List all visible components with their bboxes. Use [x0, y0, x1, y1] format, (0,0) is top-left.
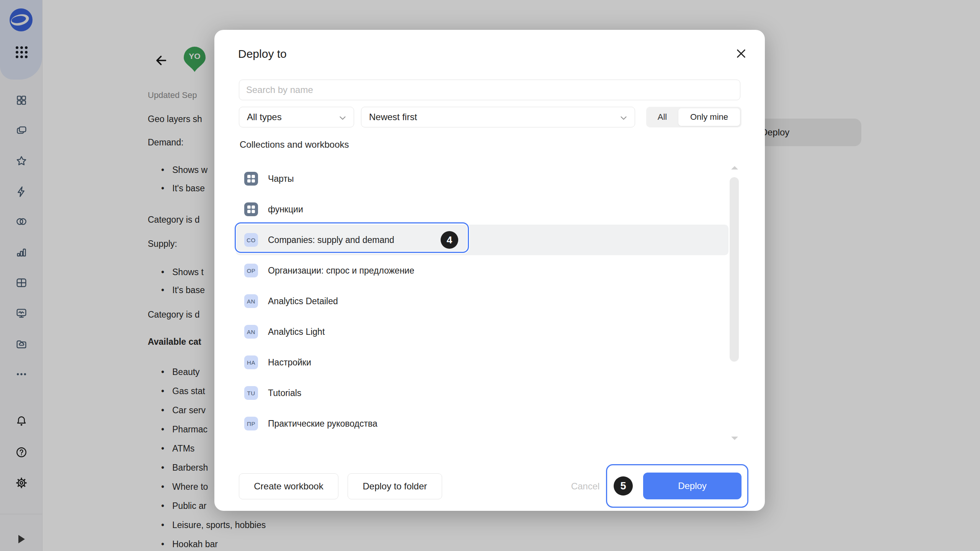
item-icon: TU — [244, 386, 258, 400]
list-item[interactable]: ПР Практические руководства — [236, 408, 728, 439]
cancel-label: Cancel — [571, 481, 600, 492]
step-badge-5: 5 — [614, 476, 633, 496]
list-item-label: Analytics Light — [268, 327, 325, 337]
item-icon: CO — [244, 233, 258, 247]
list-item[interactable]: функции — [236, 194, 728, 225]
list-item[interactable]: AN Analytics Detailed — [236, 286, 728, 316]
close-icon[interactable] — [733, 46, 749, 61]
cancel-button[interactable]: Cancel — [568, 473, 602, 499]
deploy-to-modal: Deploy to All types Newest first All Onl… — [214, 30, 765, 511]
create-workbook-button[interactable]: Create workbook — [239, 473, 338, 499]
item-icon — [244, 172, 258, 186]
section-label: Collections and workbooks — [240, 139, 349, 150]
deploy-to-folder-button[interactable]: Deploy to folder — [348, 473, 442, 499]
list-item-label: функции — [268, 204, 303, 215]
scope-toggle: All Only mine — [646, 107, 742, 127]
list-item-label: Организации: спрос и предложение — [268, 266, 414, 276]
list-item[interactable]: TU Tutorials — [236, 378, 728, 408]
chevron-down-icon — [339, 112, 346, 122]
chevron-down-icon — [620, 112, 627, 122]
item-icon: ОР — [244, 264, 258, 277]
item-initials: НА — [247, 359, 255, 366]
list-item[interactable]: НА Настройки — [236, 347, 728, 378]
create-workbook-label: Create workbook — [254, 481, 323, 492]
list-item-label: Чарты — [268, 174, 294, 184]
item-initials: AN — [247, 329, 255, 335]
list-item-label: Практические руководства — [268, 419, 377, 429]
scrollbar-thumb[interactable] — [730, 177, 739, 362]
screen: YO Updated Sep Geo layers sh Demand: Sho… — [0, 0, 980, 551]
item-icon: AN — [244, 294, 258, 308]
list-item-label: Настройки — [268, 357, 311, 368]
list-item-label: Tutorials — [268, 388, 301, 398]
item-initials: CO — [247, 237, 256, 243]
list-item[interactable]: AN Analytics Light — [236, 316, 728, 347]
type-filter-select[interactable]: All types — [239, 107, 354, 127]
list-item-label: Companies: supply and demand — [268, 235, 394, 245]
modal-title: Deploy to — [238, 47, 287, 60]
list-item-label: Analytics Detailed — [268, 296, 338, 306]
sort-filter-value: Newest first — [369, 112, 417, 122]
item-icon — [244, 202, 258, 216]
toggle-option-only-mine[interactable]: Only mine — [678, 108, 740, 126]
item-icon: AN — [244, 325, 258, 339]
deploy-to-folder-label: Deploy to folder — [363, 481, 427, 492]
modal-list: Чарты функции CO Companies: supply and d… — [236, 163, 728, 439]
item-initials: ПР — [247, 421, 255, 427]
deploy-button[interactable]: Deploy — [643, 473, 742, 499]
scroll-up-icon[interactable] — [731, 166, 738, 170]
search-input[interactable] — [239, 80, 740, 100]
scroll-down-icon[interactable] — [731, 437, 738, 440]
item-initials: TU — [247, 390, 255, 396]
list-item[interactable]: Чарты — [236, 163, 728, 194]
toggle-option-all[interactable]: All — [646, 112, 678, 122]
list-item[interactable]: ОР Организации: спрос и предложение — [236, 255, 728, 286]
list-item[interactable]: CO Companies: supply and demand — [236, 225, 728, 255]
item-initials: ОР — [247, 267, 256, 274]
item-icon: ПР — [244, 417, 258, 430]
item-icon: НА — [244, 355, 258, 369]
deploy-label: Deploy — [678, 481, 707, 491]
step-badge-4: 4 — [441, 231, 458, 249]
sort-filter-select[interactable]: Newest first — [361, 107, 635, 127]
type-filter-value: All types — [247, 112, 282, 122]
item-initials: AN — [247, 298, 255, 305]
